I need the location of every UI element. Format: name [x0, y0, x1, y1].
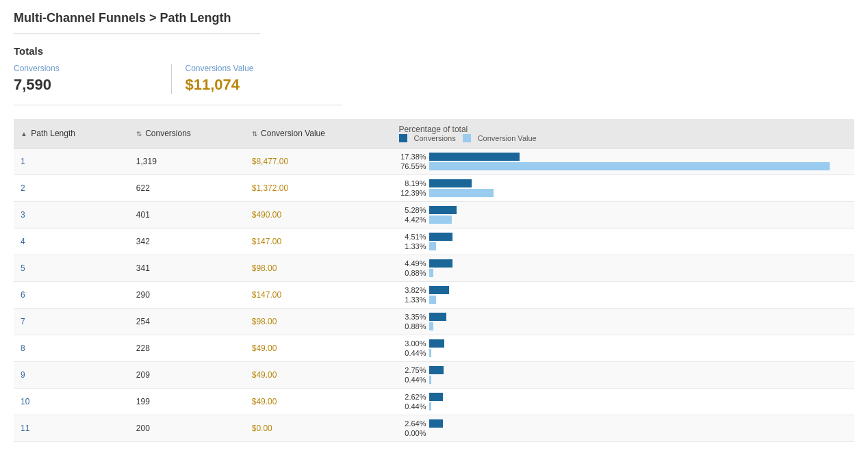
bar-fill-conv-value — [429, 162, 830, 170]
bar-pct-conv-value: 0.44% — [399, 376, 426, 384]
cell-conversions: 254 — [129, 309, 245, 335]
cell-conversion-value: $147.00 — [245, 229, 392, 255]
table-row: 3401$490.005.28%4.42% — [14, 202, 854, 229]
bar-fill-conv-value — [429, 296, 436, 304]
legend-box-conv-value — [463, 134, 471, 142]
cell-path-length[interactable]: 6 — [14, 282, 129, 309]
bar-pct-conv-value: 76.55% — [399, 162, 426, 170]
cell-path-length[interactable]: 3 — [14, 202, 129, 229]
bar-pct-conversions: 3.35% — [399, 313, 426, 321]
table-row: 5341$98.004.49%0.88% — [14, 255, 854, 282]
col-percentage: Percentage of total Conversions Conversi… — [392, 119, 854, 148]
conversions-label: Conversions — [14, 64, 157, 73]
cell-conversions: 401 — [129, 202, 245, 229]
cell-bar: 4.51%1.33% — [392, 229, 854, 255]
bar-fill-conversions — [429, 179, 472, 187]
cell-bar: 2.64%0.00% — [392, 415, 854, 442]
col-conversions[interactable]: ⇅ Conversions — [129, 119, 245, 148]
cell-path-length[interactable]: 7 — [14, 309, 129, 335]
cell-path-length[interactable]: 1 — [14, 148, 129, 175]
legend-row: Conversions Conversion Value — [399, 134, 847, 142]
bar-pct-conv-value: 0.44% — [399, 402, 426, 411]
cell-conversions: 228 — [129, 335, 245, 362]
cell-conversion-value: $49.00 — [245, 389, 392, 415]
cell-conversions: 341 — [129, 255, 245, 282]
cell-path-length[interactable]: 11 — [14, 415, 129, 442]
conversions-value: 7,590 — [14, 76, 157, 94]
cell-conversion-value: $147.00 — [245, 282, 392, 309]
bar-fill-conversions — [429, 233, 452, 241]
cell-bar: 4.49%0.88% — [392, 255, 854, 282]
bar-pct-conv-value: 0.00% — [399, 429, 426, 437]
cell-bar: 3.82%1.33% — [392, 282, 854, 309]
sort-icon-conversions: ⇅ — [136, 130, 142, 138]
cell-conversion-value: $49.00 — [245, 335, 392, 362]
cell-conversions: 290 — [129, 282, 245, 309]
bar-pct-conv-value: 0.88% — [399, 269, 426, 277]
bar-pct-conversions: 4.51% — [399, 233, 426, 241]
bar-fill-conv-value — [429, 189, 494, 197]
bar-fill-conversions — [429, 206, 457, 214]
bar-pct-conversions: 2.75% — [399, 366, 426, 374]
table-row: 2622$1,372.008.19%12.39% — [14, 175, 854, 202]
bar-fill-conversions — [429, 153, 520, 161]
bar-pct-conv-value: 0.88% — [399, 322, 426, 330]
cell-path-length[interactable]: 10 — [14, 389, 129, 415]
bar-pct-conversions: 2.62% — [399, 393, 426, 401]
cell-bar: 3.00%0.44% — [392, 335, 854, 362]
conversions-value-label: Conversions Value — [186, 64, 329, 73]
cell-path-length[interactable]: 5 — [14, 255, 129, 282]
cell-bar: 2.75%0.44% — [392, 362, 854, 389]
cell-conversion-value: $1,372.00 — [245, 175, 392, 202]
bar-fill-conv-value — [429, 216, 452, 224]
table-row: 8228$49.003.00%0.44% — [14, 335, 854, 362]
col-conversion-value[interactable]: ⇅ Conversion Value — [245, 119, 392, 148]
bar-pct-conversions: 2.64% — [399, 419, 426, 428]
conversions-value-amount: $11,074 — [186, 76, 329, 94]
bar-fill-conv-value — [429, 322, 434, 330]
bar-pct-conversions: 3.82% — [399, 286, 426, 294]
table-row: 11,319$8,477.0017.38%76.55% — [14, 148, 854, 175]
cell-path-length[interactable]: 8 — [14, 335, 129, 362]
cell-conversions: 622 — [129, 175, 245, 202]
totals-section: Totals Conversions 7,590 Conversions Val… — [14, 45, 854, 105]
data-table: ▲ Path Length ⇅ Conversions ⇅ Conversion… — [14, 119, 854, 442]
bar-fill-conv-value — [429, 402, 431, 411]
cell-conversion-value: $98.00 — [245, 255, 392, 282]
bar-fill-conversions — [429, 313, 447, 321]
cell-bar: 2.62%0.44% — [392, 389, 854, 415]
totals-row: Conversions 7,590 Conversions Value $11,… — [14, 64, 342, 105]
table-row: 9209$49.002.75%0.44% — [14, 362, 854, 389]
cell-conversion-value: $0.00 — [245, 415, 392, 442]
bar-pct-conv-value: 1.33% — [399, 242, 426, 250]
col-path-length[interactable]: ▲ Path Length — [14, 119, 129, 148]
cell-bar: 5.28%4.42% — [392, 202, 854, 229]
cell-conversions: 199 — [129, 389, 245, 415]
cell-path-length[interactable]: 2 — [14, 175, 129, 202]
totals-label: Totals — [14, 45, 854, 57]
table-row: 11200$0.002.64%0.00% — [14, 415, 854, 442]
bar-pct-conv-value: 4.42% — [399, 216, 426, 224]
conversions-metric: Conversions 7,590 — [14, 64, 172, 94]
bar-fill-conversions — [429, 339, 445, 348]
cell-bar: 8.19%12.39% — [392, 175, 854, 202]
cell-path-length[interactable]: 9 — [14, 362, 129, 389]
bar-fill-conv-value — [429, 376, 431, 384]
legend-box-conversions — [399, 134, 407, 142]
bar-fill-conversions — [429, 259, 452, 268]
bar-pct-conv-value: 1.33% — [399, 296, 426, 304]
bar-fill-conversions — [429, 286, 449, 294]
bar-pct-conv-value: 0.44% — [399, 349, 426, 357]
table-row: 6290$147.003.82%1.33% — [14, 282, 854, 309]
cell-conversion-value: $8,477.00 — [245, 148, 392, 175]
cell-conversions: 209 — [129, 362, 245, 389]
page-title: Multi-Channel Funnels > Path Length — [14, 11, 854, 25]
cell-conversions: 200 — [129, 415, 245, 442]
cell-conversion-value: $98.00 — [245, 309, 392, 335]
cell-path-length[interactable]: 4 — [14, 229, 129, 255]
table-row: 7254$98.003.35%0.88% — [14, 309, 854, 335]
bar-fill-conversions — [429, 419, 443, 428]
cell-conversion-value: $49.00 — [245, 362, 392, 389]
cell-conversions: 342 — [129, 229, 245, 255]
bar-pct-conv-value: 12.39% — [399, 189, 426, 197]
